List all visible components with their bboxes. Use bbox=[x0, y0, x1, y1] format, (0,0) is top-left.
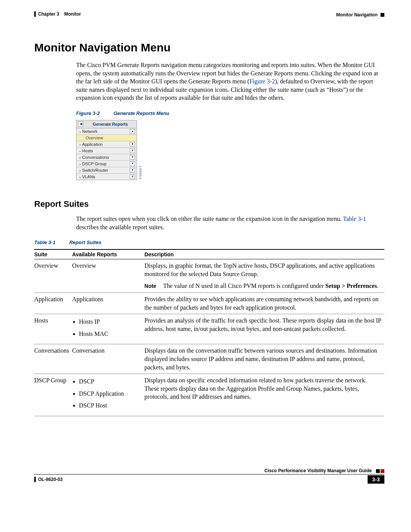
list-item: Hosts IP bbox=[79, 318, 142, 326]
note-label: Note bbox=[145, 283, 156, 289]
bullet-icon: ▪ bbox=[80, 169, 81, 173]
chapter-number: Chapter 3 bbox=[38, 11, 59, 17]
chapter-title: Monitor bbox=[64, 11, 81, 17]
menu-item-conversations[interactable]: ▪Conversations ▾ bbox=[76, 154, 137, 161]
bullet-icon: ▪ bbox=[80, 156, 81, 160]
menu-sub-overview[interactable]: Overview bbox=[76, 135, 137, 141]
intro-paragraph: The Cisco PVM Generate Reports navigatio… bbox=[76, 61, 384, 102]
cell-reports: Overview bbox=[72, 259, 145, 293]
table-caption: Table 3-1Report Suites bbox=[34, 240, 384, 245]
section-heading: Monitor Navigation Menu bbox=[34, 41, 384, 54]
suites-intro-a: The report suites open when you click on… bbox=[76, 216, 343, 222]
cell-suite: DSCP Group bbox=[34, 374, 72, 416]
col-description: Description bbox=[145, 249, 384, 259]
menu-label: VLANs bbox=[82, 174, 95, 179]
cell-suite: Hosts bbox=[34, 314, 72, 344]
menu-item-dscp-group[interactable]: ▪DSCP Group ▾ bbox=[76, 161, 137, 167]
table-row: Overview Overview Displays, in graphic f… bbox=[34, 259, 384, 293]
list-item: DSCP Host bbox=[79, 401, 142, 410]
subsection-heading: Report Suites bbox=[34, 199, 384, 209]
col-reports: Available Reports bbox=[72, 249, 145, 259]
figure-caption: Figure 3-2Generate Reports Menu bbox=[76, 110, 384, 116]
menu-item-application[interactable]: ▪Application ▾ bbox=[76, 141, 137, 148]
cell-description: Provides the ability to see which applic… bbox=[145, 292, 384, 314]
menu-title-text: Generate Reports bbox=[86, 122, 135, 126]
generate-reports-menu-figure: ◀ Generate Reports ▪Network ▴ Overview ▪… bbox=[76, 120, 384, 180]
running-header: Chapter 3 Monitor Monitor Navigation bbox=[34, 11, 384, 18]
cell-description: Displays data on specific encoded inform… bbox=[145, 374, 384, 416]
note-tail: . bbox=[377, 283, 378, 289]
cell-reports: DSCP DSCP Application DSCP Host bbox=[72, 374, 145, 416]
menu-item-vlans[interactable]: ▪VLANs ▾ bbox=[76, 174, 137, 180]
footer-marker-icon bbox=[381, 469, 384, 473]
menu-item-network[interactable]: ▪Network ▴ bbox=[76, 128, 137, 135]
footer-marker-icon bbox=[376, 469, 380, 473]
expand-down-icon[interactable]: ▾ bbox=[130, 168, 135, 173]
suites-intro-b: describes the available report suites. bbox=[76, 224, 164, 230]
collapse-up-icon[interactable]: ▴ bbox=[130, 129, 135, 134]
reports-list: Hosts IP Hosts MAC bbox=[72, 318, 142, 338]
figure-id-number: 149854 bbox=[139, 166, 142, 179]
expand-down-icon[interactable]: ▾ bbox=[130, 155, 135, 160]
menu-title-bar: ◀ Generate Reports bbox=[76, 120, 137, 128]
menu-label: Hosts bbox=[82, 149, 93, 153]
cell-reports: Conversation bbox=[72, 344, 145, 374]
expand-down-icon[interactable]: ▾ bbox=[130, 142, 135, 147]
figure-label: Figure 3-2 bbox=[76, 110, 100, 116]
col-suite: Suite bbox=[34, 249, 72, 259]
menu-panel: ◀ Generate Reports ▪Network ▴ Overview ▪… bbox=[76, 120, 137, 180]
header-marker-icon bbox=[381, 13, 384, 17]
bullet-icon: ▪ bbox=[80, 130, 81, 134]
bullet-icon: ▪ bbox=[80, 150, 81, 153]
cell-suite: Conversations bbox=[34, 344, 72, 374]
note-bold: Setup > Preferences bbox=[325, 283, 377, 289]
table-row: Conversations Conversation Displays data… bbox=[34, 344, 384, 374]
menu-label: Application bbox=[82, 142, 103, 147]
menu-label: DSCP Group bbox=[82, 161, 107, 166]
table-row: Hosts Hosts IP Hosts MAC Provides an ana… bbox=[34, 314, 384, 344]
menu-label: Network bbox=[82, 129, 97, 134]
menu-label: Switch/Router bbox=[82, 168, 108, 173]
cell-description: Provides an analysis of the traffic for … bbox=[145, 314, 384, 344]
cell-reports: Hosts IP Hosts MAC bbox=[72, 314, 145, 344]
bullet-icon: ▪ bbox=[80, 176, 81, 179]
list-item: Hosts MAC bbox=[79, 330, 142, 338]
table-title: Report Suites bbox=[69, 240, 102, 245]
menu-item-hosts[interactable]: ▪Hosts ▾ bbox=[76, 148, 137, 154]
desc-text: Displays, in graphic format, the TopN ac… bbox=[145, 262, 375, 277]
cell-description: Displays, in graphic format, the TopN ac… bbox=[145, 259, 384, 293]
reports-list: DSCP DSCP Application DSCP Host bbox=[72, 377, 142, 410]
cell-description: Displays data on the conversation traffi… bbox=[145, 344, 384, 374]
note-block: Note The value of N used in all Cisco PV… bbox=[145, 282, 381, 290]
expand-down-icon[interactable]: ▾ bbox=[130, 149, 135, 153]
doc-number: OL-8620-03 bbox=[34, 477, 63, 482]
cell-reports: Applications bbox=[72, 292, 145, 314]
figure-ref-link[interactable]: Figure 3-2 bbox=[249, 78, 275, 85]
guide-title: Cisco Performance Visibility Manager Use… bbox=[264, 468, 372, 473]
page-number: 3-3 bbox=[368, 475, 384, 484]
bullet-icon: ▪ bbox=[80, 143, 81, 147]
cell-suite: Application bbox=[34, 292, 72, 314]
section-name: Monitor Navigation bbox=[336, 11, 378, 18]
table-row: Application Applications Provides the ab… bbox=[34, 292, 384, 314]
footer-guide-line: Cisco Performance Visibility Manager Use… bbox=[34, 468, 384, 474]
header-right: Monitor Navigation bbox=[336, 11, 384, 18]
figure-title: Generate Reports Menu bbox=[113, 110, 169, 116]
menu-item-switch-router[interactable]: ▪Switch/Router ▾ bbox=[76, 167, 137, 174]
note-text: The value of N used in all Cisco PVM rep… bbox=[163, 283, 325, 289]
expand-down-icon[interactable]: ▾ bbox=[130, 174, 135, 179]
menu-label: Conversations bbox=[82, 155, 109, 160]
list-item: DSCP Application bbox=[79, 390, 142, 398]
table-ref-link[interactable]: Table 3-1 bbox=[343, 216, 366, 222]
report-suites-table: Suite Available Reports Description Over… bbox=[34, 249, 384, 416]
collapse-left-icon[interactable]: ◀ bbox=[78, 121, 83, 127]
table-row: DSCP Group DSCP DSCP Application DSCP Ho… bbox=[34, 374, 384, 416]
expand-down-icon[interactable]: ▾ bbox=[130, 161, 135, 166]
bullet-icon: ▪ bbox=[80, 163, 81, 166]
page-footer: Cisco Performance Visibility Manager Use… bbox=[34, 468, 384, 484]
suites-intro-paragraph: The report suites open when you click on… bbox=[76, 215, 384, 231]
header-left: Chapter 3 Monitor bbox=[34, 11, 81, 17]
table-header-row: Suite Available Reports Description bbox=[34, 249, 384, 259]
list-item: DSCP bbox=[79, 377, 142, 386]
cell-suite: Overview bbox=[34, 259, 72, 293]
